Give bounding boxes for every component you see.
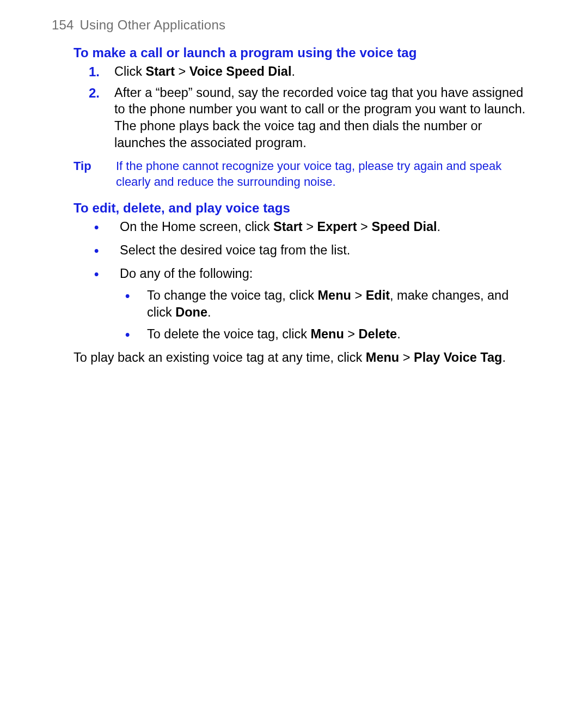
step-1-post: . [291,64,295,78]
i0-done: Done [175,305,207,319]
tip-row: Tip If the phone cannot recognize your v… [74,159,536,190]
section2-bullets: On the Home screen, click Start > Expert… [52,218,536,342]
i0-post: . [207,305,211,319]
page-header: 154 Using Other Applications [52,16,536,33]
i0-sep1: > [351,288,366,302]
bullet-0: On the Home screen, click Start > Expert… [52,218,536,235]
step-1-bold-vsd: Voice Speed Dial [189,64,292,78]
step-2-text: After a “beep” sound, say the recorded v… [114,86,525,150]
b0-expert: Expert [317,220,357,234]
b0-pre: On the Home screen, click [120,220,273,234]
step-1-pre: Click [114,64,145,78]
closing-menu: Menu [366,350,399,364]
i1-delete: Delete [359,327,397,341]
i0-pre: To change the voice tag, click [147,288,318,302]
b2-text: Do any of the following: [120,266,253,281]
b1-text: Select the desired voice tag from the li… [120,243,350,257]
step-2: After a “beep” sound, say the recorded v… [52,84,536,151]
b0-post: . [437,220,441,234]
closing-pvt: Play Voice Tag [414,350,502,364]
i1-pre: To delete the voice tag, click [147,327,310,341]
b0-speeddial: Speed Dial [371,220,437,234]
bullet-2: Do any of the following: To change the v… [52,265,536,343]
step-1-bold-start: Start [145,64,175,78]
step-1-sep: > [175,64,189,78]
step-1: Click Start > Voice Speed Dial. [52,63,536,80]
closing-para: To play back an existing voice tag at an… [74,349,536,366]
i0-menu: Menu [318,288,351,302]
inner-bullets: To change the voice tag, click Menu > Ed… [120,287,536,343]
tip-body: If the phone cannot recognize your voice… [116,159,536,190]
i1-post: . [397,327,401,341]
b0-sep1: > [303,220,317,234]
section1-steps: Click Start > Voice Speed Dial. After a … [52,63,536,151]
tip-label: Tip [74,159,116,190]
bullet-1: Select the desired voice tag from the li… [52,242,536,259]
i0-edit: Edit [366,288,390,302]
inner-0: To change the voice tag, click Menu > Ed… [120,287,536,320]
page-number: 154 [52,17,74,32]
closing-post: . [502,350,506,364]
closing-sep: > [399,350,414,364]
i1-menu: Menu [310,327,344,341]
page: 154 Using Other Applications To make a c… [0,0,588,723]
page-title: Using Other Applications [80,17,226,32]
b0-sep2: > [357,220,372,234]
section1-heading: To make a call or launch a program using… [74,44,536,61]
i1-sep1: > [344,327,359,341]
section2-heading: To edit, delete, and play voice tags [74,199,536,216]
b0-start: Start [273,220,303,234]
closing-pre: To play back an existing voice tag at an… [74,350,366,364]
inner-1: To delete the voice tag, click Menu > De… [120,326,536,343]
